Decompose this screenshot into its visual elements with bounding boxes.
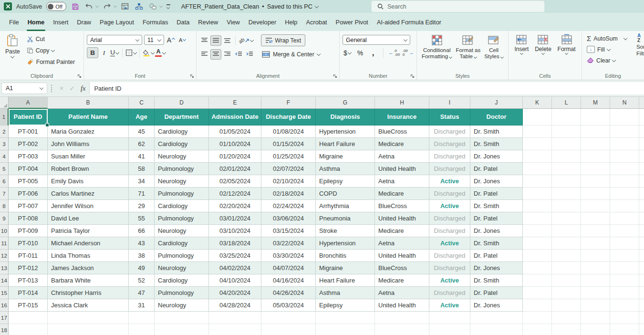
cell-A14[interactable]: PT-013 — [9, 274, 48, 287]
cell-K11[interactable] — [523, 237, 552, 250]
cell-I10[interactable]: Discharged — [429, 225, 470, 237]
cell-M18[interactable] — [581, 324, 610, 335]
cell-B2[interactable]: Maria Gonzalez — [48, 126, 129, 138]
cell-A3[interactable]: PT-002 — [9, 138, 48, 150]
font-color-button[interactable]: A — [155, 48, 166, 58]
column-header-H[interactable]: H — [375, 97, 429, 109]
cell-J6[interactable]: Dr. Jones — [470, 175, 523, 188]
cell-B18[interactable] — [48, 324, 129, 335]
column-header-I[interactable]: I — [429, 97, 470, 109]
insert-function-icon[interactable]: fx — [81, 84, 85, 93]
cell-I7[interactable]: Discharged — [429, 188, 470, 200]
row-number-4[interactable]: 4 — [0, 150, 9, 163]
cell-J13[interactable]: Dr. Jones — [470, 262, 523, 274]
cell-D4[interactable]: Neurology — [155, 150, 209, 163]
cell-L5[interactable] — [552, 163, 581, 175]
cell-M2[interactable] — [581, 126, 610, 138]
cell-F12[interactable]: 03/30/2024 — [261, 250, 316, 262]
row-number-8[interactable]: 8 — [0, 200, 9, 212]
cell-K7[interactable] — [523, 188, 552, 200]
cell-I5[interactable]: Discharged — [429, 163, 470, 175]
cell-E12[interactable]: 03/25/2024 — [209, 250, 261, 262]
cell-N18[interactable] — [610, 324, 639, 335]
row-number-17[interactable]: 17 — [0, 312, 9, 324]
cell-M17[interactable] — [581, 312, 610, 324]
cell-N14[interactable] — [610, 274, 639, 287]
cell-H7[interactable]: Medicare — [375, 188, 429, 200]
cell-I2[interactable]: Discharged — [429, 126, 470, 138]
cell-J10[interactable]: Dr. Jones — [470, 225, 523, 237]
cell-D13[interactable]: Neurology — [155, 262, 209, 274]
number-dialog-launcher-icon[interactable] — [410, 74, 415, 78]
clear-button[interactable]: Clear — [587, 55, 641, 66]
select-all-corner[interactable] — [0, 97, 9, 109]
tab-ai-aided-formula-editor[interactable]: AI-aided Formula Editor — [373, 13, 446, 31]
cell-N15[interactable] — [610, 287, 639, 299]
shrink-font-button[interactable]: A — [177, 35, 187, 45]
cell-A1[interactable]: Patient ID — [9, 109, 48, 126]
cell-F17[interactable] — [261, 312, 316, 324]
cell-H1[interactable]: Insurance — [375, 109, 429, 126]
cell-C3[interactable]: 62 — [129, 138, 155, 150]
align-right-button[interactable] — [222, 50, 232, 59]
cell-N4[interactable] — [610, 150, 639, 163]
column-header-B[interactable]: B — [48, 97, 129, 109]
cell-D9[interactable]: Pulmonology — [155, 212, 209, 225]
borders-button[interactable] — [125, 48, 136, 58]
column-header-C[interactable]: C — [129, 97, 155, 109]
cell-M6[interactable] — [581, 175, 610, 188]
cell-L3[interactable] — [552, 138, 581, 150]
cell-B8[interactable]: Jennifer Wilson — [48, 200, 129, 212]
cell-x6[interactable] — [639, 175, 644, 188]
cell-H5[interactable]: United Health — [375, 163, 429, 175]
conditional-formatting-button[interactable]: ConditionalFormatting — [422, 34, 452, 72]
cell-B17[interactable] — [48, 312, 129, 324]
cell-B14[interactable]: Barbara White — [48, 274, 129, 287]
orientation-button[interactable]: ab — [239, 35, 253, 45]
column-header-N[interactable]: N — [610, 97, 639, 109]
cell-I9[interactable]: Discharged — [429, 212, 470, 225]
comma-style-button[interactable]: , — [368, 48, 378, 58]
cell-L1[interactable] — [552, 109, 581, 126]
decrease-decimal-button[interactable]: .000 → — [403, 48, 414, 58]
column-header-A[interactable]: A — [9, 97, 48, 109]
cell-B1[interactable]: Patient Name — [48, 109, 129, 126]
cell-C8[interactable]: 29 — [129, 200, 155, 212]
cell-D8[interactable]: Cardiology — [155, 200, 209, 212]
cell-G15[interactable]: Asthma — [316, 287, 375, 299]
cell-N1[interactable] — [610, 109, 639, 126]
tab-power-pivot[interactable]: Power Pivot — [332, 13, 373, 31]
cell-H11[interactable]: Aetna — [375, 237, 429, 250]
row-number-10[interactable]: 10 — [0, 225, 9, 237]
cell-H10[interactable]: Medicare — [375, 225, 429, 237]
cell-N13[interactable] — [610, 262, 639, 274]
font-dialog-launcher-icon[interactable] — [190, 74, 194, 78]
cell-H14[interactable]: Medicare — [375, 274, 429, 287]
cell-E10[interactable]: 03/10/2024 — [209, 225, 261, 237]
cell-I14[interactable]: Active — [429, 274, 470, 287]
cell-M5[interactable] — [581, 163, 610, 175]
cell-I12[interactable]: Discharged — [429, 250, 470, 262]
cell-x3[interactable] — [639, 138, 644, 150]
cell-H13[interactable]: BlueCross — [375, 262, 429, 274]
cell-L8[interactable] — [552, 200, 581, 212]
percent-style-button[interactable]: % — [355, 48, 365, 58]
confirm-icon[interactable]: ✓ — [69, 85, 75, 92]
cell-K8[interactable] — [523, 200, 552, 212]
clipboard-dialog-launcher-icon[interactable] — [77, 74, 82, 78]
cell-G1[interactable]: Diagnosis — [316, 109, 375, 126]
cell-I1[interactable]: Status — [429, 109, 470, 126]
shapes-button[interactable] — [148, 2, 158, 11]
accounting-format-button[interactable]: $ — [343, 48, 352, 58]
cell-L12[interactable] — [552, 250, 581, 262]
cell-F7[interactable]: 02/18/2024 — [261, 188, 316, 200]
cut-button[interactable]: Cut — [25, 33, 76, 45]
bold-button[interactable]: B — [87, 47, 98, 58]
row-number-16[interactable]: 16 — [0, 299, 9, 312]
cell-I13[interactable]: Discharged — [429, 262, 470, 274]
cell-F13[interactable]: 04/07/2024 — [261, 262, 316, 274]
align-middle-button[interactable] — [210, 35, 221, 46]
autosum-button[interactable]: Σ AutoSum — [587, 33, 641, 44]
italic-button[interactable]: I — [99, 48, 109, 58]
cell-x7[interactable] — [639, 188, 644, 200]
